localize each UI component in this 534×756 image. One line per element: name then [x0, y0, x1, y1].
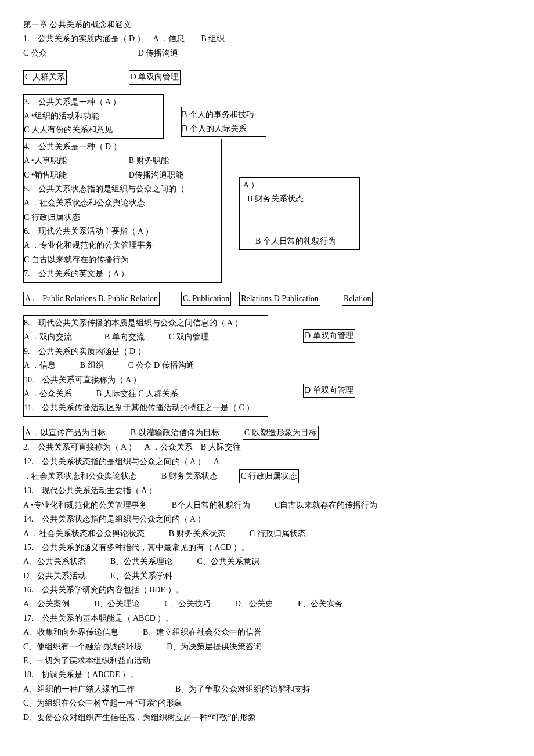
row-cd: C 人群关系 D 单双向管理 [23, 70, 511, 84]
q11-c: C 以塑造形象为目标 [243, 426, 319, 440]
q5-c: C 行政归属状态 [24, 211, 221, 224]
q1-d: D 传播沟通 [138, 49, 179, 57]
q2b: 2. 公共关系可直接称为（ A ） A ．公众关系 B 人际交往 [23, 441, 511, 454]
q3-stem: 3. 公共关系是一种（ A ） [24, 96, 163, 108]
q10-stem: 10. 公共关系可直接称为（ A ） [24, 374, 268, 386]
q3-b: B 个人的事务和技巧 [182, 108, 266, 121]
q6-a: A ．专业化和规范化的公关管理事务 [24, 239, 221, 252]
q14-stem: 14. 公共关系状态指的是组织与公众之间的（ A ） [23, 513, 511, 526]
q10-d: D 单双向管理 [303, 384, 355, 397]
q12-row: ．社会关系状态和公众舆论状态 B 财务关系状态 C 行政归属状态 [23, 469, 511, 483]
q4-c: C •销售职能 [24, 171, 67, 179]
q1-stem: 1. 公共关系的实质内涵是（ D ） A ．信息 B 组织 [23, 32, 511, 45]
q4-b: B 财务职能 [129, 156, 169, 165]
q15-stem: 15. 公共关系的涵义有多种指代，其中最常见的有（ ACD ）。 [23, 541, 511, 554]
opt-d: D 单双向管理 [129, 70, 181, 84]
q12-stem: 12. 公共关系状态指的是组织与公众之间的（ A ） A [23, 455, 511, 468]
q6-c: C 自古以来就存在的传播行为 [24, 254, 221, 266]
q4-row2: C •销售职能 D传播沟通职能 [24, 169, 221, 182]
chapter-title: 第一章 公共关系的概念和涵义 [23, 19, 511, 31]
q4-d: D传播沟通职能 [129, 171, 183, 179]
q7-stem: 7. 公共关系的英文是（ A ） [24, 267, 221, 280]
q17-stem: 17. 公共关系的基本职能是（ ABCD ）。 [23, 612, 511, 625]
q14-row: A ．社会关系状态和公众舆论状态 B 财务关系状态 C 行政归属状态 [23, 527, 511, 540]
q4-stem: 4. 公共关系是一种（ D ） [24, 140, 221, 153]
q7-rd: Relations D Publication [239, 292, 320, 306]
q8-row: A ．双向交流 B 单向交流 C 双向管理 [24, 331, 268, 343]
q5-stem: 5. 公共关系状态指的是组织与公众之间的（ [24, 183, 221, 196]
q4-a: A •人事职能 [24, 156, 67, 165]
q11-b: B 以灌输政治信仰为目标 [129, 426, 221, 440]
q16-row: A、公关案例 B、公关理论 C、公关技巧 D、公关史 E、公关实务 [23, 598, 511, 610]
q15-row2: D、公共关系活动 E、公共关系学科 [23, 570, 511, 583]
q5-a-end: A ） [243, 179, 359, 191]
q6-b: B 个人日常的礼貌行为 [243, 235, 359, 248]
q15-row1: A、公共关系状态 B、公共关系理论 C、公共关系意识 [23, 555, 511, 568]
q11-a: A ．以宣传产品为目标 [23, 426, 107, 440]
q1-c: C 公众 [23, 49, 47, 57]
q17-row2: C、使组织有一个融洽协调的环境 D、为决策层提供决策咨询 [23, 641, 511, 653]
q18-row2: C、为组织在公众中树立起一种“可亲”的形象 [23, 697, 511, 710]
q18-stem: 18. 协调关系是（ ABCDE ）。 [23, 668, 511, 681]
q8-stem: 8. 现代公共关系传播的本质是组织与公众之间信息的（ A ） [24, 317, 268, 330]
q13-stem: 13. 现代公共关系活动主要指（ A ） [23, 484, 511, 497]
q8-d: D 单双向管理 [303, 329, 355, 343]
q7-r: Relation [342, 292, 373, 306]
q17-row3: E、一切为了谋求本组织利益而活动 [23, 654, 511, 667]
q5-a: A ．社会关系状态和公众舆论状态 [24, 197, 221, 209]
q4-7-block: 4. 公共关系是一种（ D ） A •人事职能 B 财务职能 C •销售职能 D… [23, 139, 511, 283]
q7-options: A . Public Relations B. Public Relation … [23, 292, 511, 306]
q4-row1: A •人事职能 B 财务职能 [24, 154, 221, 167]
q6-stem: 6. 现代公共关系活动主要指（ A ） [24, 225, 221, 238]
q9-row: A ．信息 B 组织 C 公众 D 传播沟通 [24, 359, 268, 372]
q12-ab: ．社会关系状态和公众舆论状态 B 财务关系状态 [23, 472, 218, 480]
q3-c: C 人人有份的关系和意见 [24, 124, 163, 136]
q7-ab: A . Public Relations B. Public Relation [23, 292, 160, 306]
q18-row1: A、组织的一种广结人缘的工作 B、为了争取公众对组织的谅解和支持 [23, 683, 511, 696]
opt-c: C 人群关系 [23, 70, 67, 84]
q16-stem: 16. 公共关系学研究的内容包括（ BDE ）。 [23, 584, 511, 596]
q13-row: A •专业化和规范化的公关管理事务 B个人日常的礼貌行为 C自古以来就存在的传播… [23, 499, 511, 512]
q5-b: B 财务关系状态 [243, 193, 359, 205]
q11-stem: 11. 公共关系传播活动区别于其他传播活动的特征之一是（ C ） [24, 401, 268, 414]
q9-stem: 9. 公共关系的实质内涵是（ D ） [24, 345, 268, 358]
q1-row2: C 公众 D 传播沟通 [23, 47, 511, 60]
q8-11-block: 8. 现代公共关系传播的本质是组织与公众之间信息的（ A ） A ．双向交流 B… [23, 315, 511, 417]
q3-block: 3. 公共关系是一种（ A ） A •组织的活动和功能 C 人人有份的关系和意见… [23, 94, 511, 139]
q12-c: C 行政归属状态 [239, 469, 299, 483]
q3-a: A •组织的活动和功能 [24, 110, 163, 122]
q17-row1: A、收集和向外界传递信息 B、建立组织在社会公众中的信誉 [23, 626, 511, 639]
q18-row3: D、要使公众对组织产生信任感，为组织树立起一种“可敬”的形象 [23, 711, 511, 724]
q11-options: A ．以宣传产品为目标 B 以灌输政治信仰为目标 C 以塑造形象为目标 [23, 426, 511, 440]
q3-d: D 个人的人际关系 [182, 122, 266, 135]
q7-c: C. Publication [181, 292, 231, 306]
q10-row: A ．公众关系 B 人际交往 C 人群关系 [24, 388, 268, 400]
